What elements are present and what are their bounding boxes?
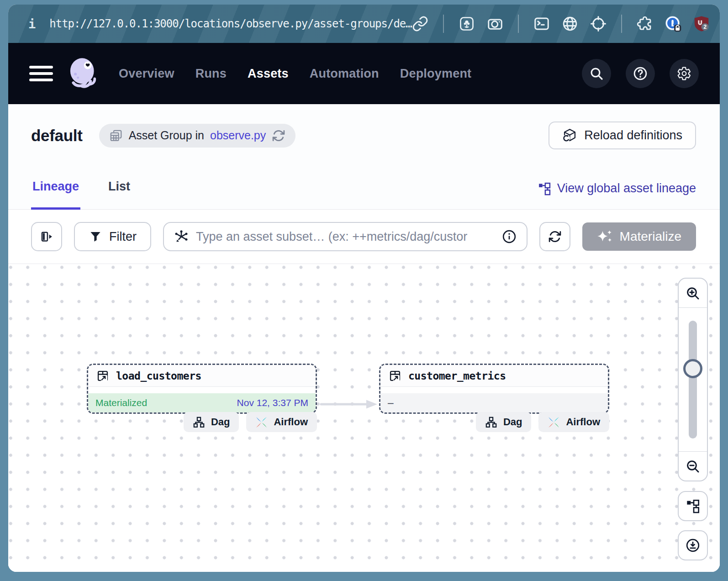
- svg-text:2: 2: [703, 24, 707, 30]
- globe-icon[interactable]: [562, 16, 578, 32]
- reload-definitions-label: Reload definitions: [584, 128, 682, 143]
- zoom-in-button[interactable]: [679, 279, 707, 308]
- materialize-label: Materialize: [620, 229, 681, 244]
- asset-status-row: Materialized Nov 12, 3:37 PM: [88, 393, 316, 412]
- tag-dag[interactable]: Dag: [184, 412, 239, 432]
- page-content: default Asset Group in observe.py Reload…: [8, 104, 720, 572]
- asset-node-header: load_customers: [88, 365, 316, 387]
- terminal-icon[interactable]: [533, 16, 550, 32]
- download-graph-button[interactable]: [678, 530, 708, 560]
- dag-icon: [193, 416, 205, 428]
- asset-tags-load-customers: Dag Airflow: [87, 412, 317, 432]
- zoom-slider[interactable]: [679, 308, 707, 451]
- asset-subset-field[interactable]: [163, 222, 528, 251]
- lineage-graph-icon: [686, 499, 700, 513]
- asset-tags-customer-metrics: Dag Airflow: [379, 412, 609, 432]
- zoom-out-button[interactable]: [679, 451, 707, 481]
- refresh-graph-button[interactable]: [539, 222, 570, 251]
- zoom-control-panel: [678, 278, 708, 481]
- copy-link-icon[interactable]: [412, 16, 428, 32]
- nav-right-actions: [582, 59, 699, 88]
- asset-table-icon: [96, 370, 109, 382]
- lineage-graph-canvas[interactable]: load_customers Materialized Nov 12, 3:37…: [8, 264, 720, 572]
- info-icon[interactable]: i: [28, 17, 36, 31]
- materialization-timestamp[interactable]: Nov 12, 3:37 PM: [237, 397, 308, 408]
- fit-lineage-button[interactable]: [678, 491, 708, 521]
- asset-node-header: customer_metrics: [380, 365, 608, 387]
- tag-label: Airflow: [274, 416, 308, 428]
- tab-lineage[interactable]: Lineage: [31, 180, 80, 209]
- screenshot-camera-icon[interactable]: [487, 16, 503, 32]
- tag-label: Dag: [503, 416, 522, 428]
- asset-selection-icon: [174, 229, 189, 244]
- tag-airflow[interactable]: Airflow: [538, 412, 609, 432]
- dagster-logo[interactable]: [67, 57, 100, 90]
- filter-label: Filter: [109, 230, 137, 244]
- target-icon[interactable]: [590, 16, 607, 32]
- materialize-button[interactable]: Materialize: [582, 222, 696, 251]
- filter-button[interactable]: Filter: [74, 222, 151, 251]
- lineage-edge-arrow: [320, 398, 380, 410]
- password-manager-icon[interactable]: [665, 16, 681, 32]
- tag-airflow[interactable]: Airflow: [246, 412, 317, 432]
- nav-item-overview[interactable]: Overview: [119, 67, 174, 81]
- menu-hamburger-icon[interactable]: [29, 65, 53, 82]
- refresh-icon: [548, 230, 562, 243]
- lineage-graph-icon: [538, 182, 551, 195]
- info-circle-icon[interactable]: [502, 229, 517, 244]
- nav-item-runs[interactable]: Runs: [195, 67, 227, 81]
- code-location-link[interactable]: observe.py: [210, 129, 266, 142]
- sync-status-icon[interactable]: [272, 129, 285, 143]
- search-button[interactable]: [582, 59, 611, 88]
- view-global-lineage-label: View global asset lineage: [557, 181, 696, 195]
- tag-label: Airflow: [566, 416, 600, 428]
- extensions-puzzle-icon[interactable]: [637, 16, 653, 32]
- asset-name: customer_metrics: [408, 370, 506, 382]
- nav-item-automation[interactable]: Automation: [310, 67, 379, 81]
- lineage-toolbar: Filter Materialize: [8, 210, 720, 264]
- asset-node-load-customers[interactable]: load_customers Materialized Nov 12, 3:37…: [87, 364, 317, 414]
- zoom-in-icon: [686, 286, 700, 301]
- url-text[interactable]: http://127.0.0.1:3000/locations/observe.…: [49, 17, 412, 30]
- reload-cube-icon: [562, 128, 577, 143]
- page-header: default Asset Group in observe.py Reload…: [8, 104, 720, 149]
- sparkles-icon: [597, 229, 612, 244]
- view-global-lineage-link[interactable]: View global asset lineage: [538, 181, 696, 209]
- tag-dag[interactable]: Dag: [476, 412, 532, 432]
- zoom-out-icon: [686, 459, 700, 474]
- extension-flower-icon[interactable]: [459, 16, 475, 32]
- asset-node-customer-metrics[interactable]: customer_metrics –: [379, 364, 609, 414]
- search-icon: [589, 66, 604, 81]
- asset-group-badge: Asset Group in observe.py: [99, 124, 296, 148]
- view-tabs: Lineage List View global asset lineage: [8, 180, 720, 210]
- zoom-slider-handle[interactable]: [683, 359, 702, 378]
- asset-group-icon: [109, 129, 123, 143]
- reload-definitions-button[interactable]: Reload definitions: [549, 121, 696, 149]
- status-empty-label: –: [388, 397, 394, 408]
- download-icon: [686, 538, 700, 553]
- airflow-icon: [255, 416, 268, 428]
- asset-subset-input[interactable]: [196, 230, 495, 244]
- browser-frame: i http://127.0.0.1:3000/locations/observ…: [0, 0, 728, 581]
- nav-item-assets[interactable]: Assets: [248, 67, 289, 81]
- nav-item-deployment[interactable]: Deployment: [400, 67, 472, 81]
- asset-group-badge-text: Asset Group in: [129, 129, 204, 142]
- toolbar-divider: [621, 15, 622, 33]
- asset-node-body: [88, 387, 316, 393]
- settings-button[interactable]: [670, 59, 699, 88]
- asset-name: load_customers: [116, 370, 201, 382]
- status-materialized-label: Materialized: [95, 397, 147, 408]
- zoom-slider-track[interactable]: [689, 321, 697, 438]
- asset-status-row: –: [380, 393, 608, 412]
- browser-url-bar: i http://127.0.0.1:3000/locations/observ…: [8, 5, 720, 43]
- page-title: default: [31, 127, 83, 145]
- help-button[interactable]: [626, 59, 655, 88]
- adblock-shield-icon[interactable]: 2: [693, 16, 710, 32]
- nav-items: Overview Runs Assets Automation Deployme…: [119, 67, 471, 81]
- tag-label: Dag: [211, 416, 230, 428]
- browser-window: i http://127.0.0.1:3000/locations/observ…: [8, 5, 720, 572]
- expand-panel-button[interactable]: [31, 222, 62, 251]
- dag-icon: [485, 416, 497, 428]
- filter-funnel-icon: [89, 230, 102, 243]
- tab-list[interactable]: List: [107, 180, 132, 209]
